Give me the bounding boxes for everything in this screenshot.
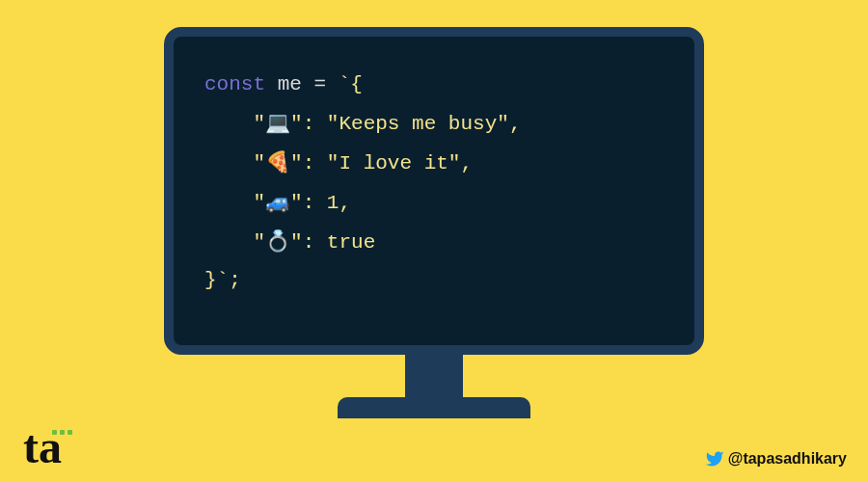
twitter-icon: [705, 449, 724, 469]
logo-text: ta: [23, 421, 62, 472]
laptop-icon: 💻: [265, 111, 290, 134]
keyword-const: const: [204, 73, 265, 95]
monitor-illustration: const me = `{ "💻": "Keeps me busy", "🍕":…: [164, 27, 704, 418]
monitor-stand-neck: [405, 355, 463, 397]
code-block: const me = `{ "💻": "Keeps me busy", "🍕":…: [204, 66, 667, 300]
handle-text: @tapasadhikary: [728, 450, 847, 468]
equals-op: =: [313, 73, 326, 95]
code-line: "💻": "Keeps me busy",: [204, 113, 521, 135]
var-name: me: [278, 73, 302, 95]
code-line: "🍕": "I love it",: [204, 152, 473, 174]
logo-dots: [52, 430, 72, 435]
code-line: "💍": true: [204, 231, 375, 254]
backtick-open: `{: [339, 73, 363, 95]
code-screen: const me = `{ "💻": "Keeps me busy", "🍕":…: [164, 27, 704, 355]
code-line: "🚙": 1,: [204, 192, 351, 214]
ring-icon: 💍: [265, 229, 290, 253]
car-icon: 🚙: [265, 190, 290, 213]
twitter-handle: @tapasadhikary: [705, 449, 847, 469]
monitor-stand-base: [338, 397, 530, 418]
pizza-icon: 🍕: [265, 150, 290, 174]
backtick-close: }`;: [204, 269, 241, 291]
brand-logo: ta: [23, 424, 62, 470]
